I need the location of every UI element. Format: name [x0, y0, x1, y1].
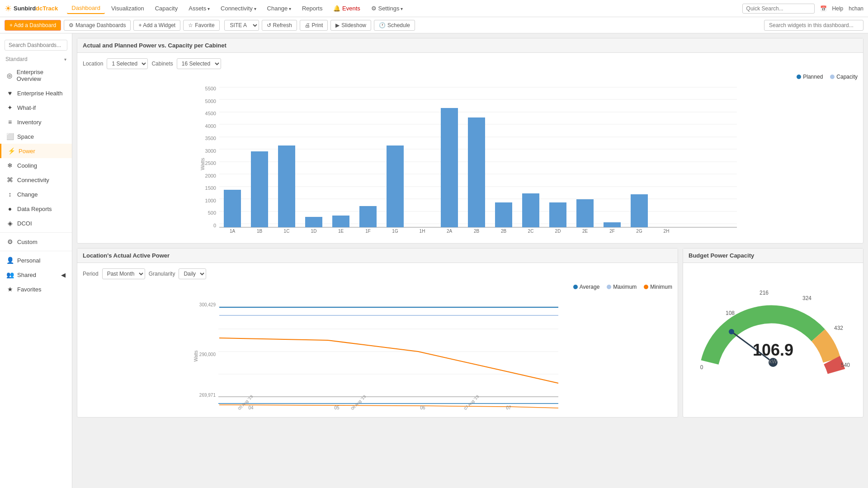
svg-text:540: 540 — [841, 362, 850, 368]
nav-reports[interactable]: Reports — [297, 3, 327, 14]
svg-text:5500: 5500 — [205, 86, 216, 91]
data-reports-icon: ● — [6, 205, 14, 212]
site-selector[interactable]: SITE A — [224, 20, 259, 31]
nav-settings[interactable]: ⚙ Settings — [367, 3, 407, 14]
sidebar-item-enterprise-overview[interactable]: ◎ Enterprise Overview — [0, 65, 72, 86]
bar-chart-svg: 0 500 1000 1500 2000 2500 3000 3500 4000… — [83, 83, 858, 236]
nav-capacity[interactable]: Capacity — [151, 3, 183, 14]
svg-text:0: 0 — [213, 223, 216, 228]
sidebar-item-change[interactable]: ↕ Change — [0, 187, 72, 202]
sidebar-item-inventory[interactable]: ≡ Inventory — [0, 115, 72, 129]
custom-icon: ⚙ — [6, 238, 14, 245]
sidebar-item-shared[interactable]: 👥 Shared ◀ — [0, 267, 72, 282]
shared-icon: 👥 — [6, 271, 14, 278]
sidebar-item-personal[interactable]: 👤 Personal — [0, 253, 72, 267]
sidebar-item-custom[interactable]: ⚙ Custom — [0, 235, 72, 249]
main-layout: Standard ▾ ◎ Enterprise Overview ♥ Enter… — [0, 33, 868, 488]
schedule-button[interactable]: 🕐 Schedule — [374, 20, 415, 31]
svg-text:1F: 1F — [365, 229, 371, 234]
gauge-panel: Budget Power Capacity 0 108 216 324 — [683, 248, 863, 418]
svg-rect-45 — [495, 202, 512, 227]
inventory-icon: ≡ — [6, 118, 14, 126]
cabinets-label: Cabinets — [151, 61, 173, 67]
svg-rect-26 — [224, 190, 241, 227]
sidebar-item-connectivity[interactable]: ⌘ Connectivity — [0, 173, 72, 187]
legend-planned: Planned — [797, 74, 823, 80]
sidebar-search-input[interactable] — [5, 40, 67, 51]
sidebar: Standard ▾ ◎ Enterprise Overview ♥ Enter… — [0, 33, 72, 488]
svg-text:5000: 5000 — [205, 99, 216, 104]
cooling-icon: ❄ — [6, 162, 14, 169]
sidebar-item-data-reports[interactable]: ● Data Reports — [0, 202, 72, 216]
line-chart-svg: 300,429 290,000 269,971 Watts — [83, 293, 672, 410]
chart2-controls: Period Past Month Granularity Daily — [83, 268, 672, 279]
chart2-panel: Location's Actual Active Power Period Pa… — [77, 248, 678, 418]
svg-text:2F: 2F — [609, 229, 615, 234]
sidebar-item-cooling[interactable]: ❄ Cooling — [0, 158, 72, 173]
svg-text:2C: 2C — [528, 229, 534, 234]
help-label[interactable]: Help — [832, 5, 844, 12]
widget-search-input[interactable] — [764, 20, 863, 31]
svg-text:1G: 1G — [392, 229, 398, 234]
svg-rect-51 — [576, 199, 594, 227]
svg-rect-47 — [522, 193, 539, 227]
logo-brand: SunbirddcTrack — [14, 5, 58, 12]
chart2-body: Period Past Month Granularity Daily Aver… — [77, 263, 678, 417]
svg-text:05: 05 — [334, 405, 340, 410]
granularity-select[interactable]: Daily — [179, 268, 206, 279]
svg-text:Watts: Watts — [200, 158, 205, 170]
svg-text:1H: 1H — [420, 229, 425, 234]
shared-collapse-icon[interactable]: ◀ — [61, 272, 66, 278]
period-label: Period — [83, 271, 99, 277]
manage-dashboards-button[interactable]: ⚙ Manage Dashboards — [64, 20, 131, 31]
svg-text:2000: 2000 — [205, 173, 216, 178]
print-button[interactable]: 🖨 Print — [300, 20, 328, 31]
planned-dot — [797, 75, 801, 79]
enterprise-health-icon: ♥ — [6, 89, 14, 97]
space-icon: ⬜ — [6, 133, 14, 140]
change-icon: ↕ — [6, 191, 14, 198]
svg-text:2B: 2B — [474, 229, 480, 234]
nav-right: 📅 Help hchan — [742, 4, 863, 14]
favorite-button[interactable]: ☆ Favorite — [183, 20, 219, 31]
calendar-icon[interactable]: 📅 — [820, 5, 827, 12]
sidebar-item-whatif[interactable]: ✦ What-if — [0, 100, 72, 115]
svg-rect-28 — [251, 151, 268, 227]
nav-change[interactable]: Change — [263, 3, 296, 14]
refresh-button[interactable]: ↺ Refresh — [262, 20, 297, 31]
svg-text:500: 500 — [208, 210, 216, 216]
power-icon: ⚡ — [8, 147, 15, 155]
sidebar-item-favorites[interactable]: ★ Favorites — [0, 282, 72, 296]
location-select[interactable]: 1 Selected — [107, 58, 148, 69]
period-select[interactable]: Past Month — [102, 268, 145, 279]
add-dashboard-button[interactable]: + Add a Dashboard — [5, 20, 61, 31]
svg-text:300,429: 300,429 — [199, 302, 216, 307]
nav-dashboard[interactable]: Dashboard — [67, 3, 105, 14]
nav-connectivity[interactable]: Connectivity — [216, 3, 261, 14]
svg-rect-34 — [332, 216, 349, 227]
section-collapse-arrow[interactable]: ▾ — [64, 57, 66, 62]
nav-visualization[interactable]: Visualization — [107, 3, 149, 14]
minimum-dot — [644, 285, 648, 289]
bottom-row: Location's Actual Active Power Period Pa… — [77, 248, 863, 418]
svg-text:1E: 1E — [338, 229, 344, 234]
add-widget-button[interactable]: + Add a Widget — [133, 20, 180, 31]
sidebar-item-power[interactable]: ⚡ Power — [0, 144, 72, 158]
svg-text:106.9: 106.9 — [753, 341, 793, 359]
svg-text:3000: 3000 — [205, 148, 216, 154]
quick-search-input[interactable] — [742, 4, 815, 14]
top-nav: ☀ SunbirddcTrack Dashboard Visualization… — [0, 0, 868, 17]
sidebar-item-space[interactable]: ⬜ Space — [0, 129, 72, 144]
svg-text:Cabinets: Cabinets — [460, 235, 480, 236]
capacity-dot — [830, 75, 835, 79]
svg-text:108: 108 — [726, 310, 735, 316]
nav-events[interactable]: 🔔 Events — [329, 3, 364, 14]
svg-text:432: 432 — [834, 325, 843, 331]
user-label[interactable]: hchan — [849, 5, 863, 12]
sidebar-item-enterprise-health[interactable]: ♥ Enterprise Health — [0, 86, 72, 100]
nav-assets[interactable]: Assets — [184, 3, 214, 14]
cabinets-select[interactable]: 16 Selected — [177, 58, 221, 69]
sidebar-item-dcoi[interactable]: ◈ DCOI — [0, 216, 72, 230]
slideshow-button[interactable]: ▶ Slideshow — [330, 20, 371, 31]
svg-rect-43 — [468, 117, 485, 227]
